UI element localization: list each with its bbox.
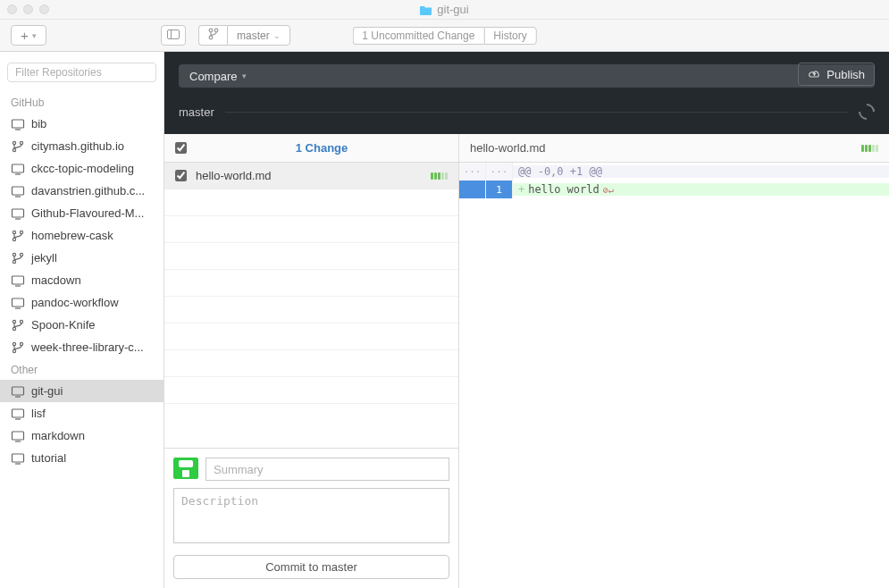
- svg-rect-22: [13, 276, 24, 284]
- sidebar-item-label: jekyll: [31, 251, 57, 265]
- sidebar-item[interactable]: davanstrien.github.c...: [0, 180, 164, 202]
- line-number-old: ···: [459, 163, 486, 181]
- empty-row: [164, 189, 458, 216]
- compare-button[interactable]: Compare ▾: [179, 64, 875, 88]
- changes-header: 1 Change: [164, 134, 458, 163]
- commit-form: Commit to master: [164, 448, 458, 588]
- svg-point-4: [209, 36, 213, 39]
- sidebar-item-label: Spoon-Knife: [31, 318, 96, 332]
- monitor-icon: [11, 207, 25, 220]
- chevron-down-icon: ▾: [32, 31, 37, 40]
- cloud-upload-icon: [808, 68, 821, 81]
- description-input[interactable]: [173, 488, 449, 543]
- svg-rect-12: [13, 187, 24, 195]
- monitor-icon: [11, 274, 25, 287]
- changes-panel: 1 Change hello-world.md Commit to master: [164, 134, 459, 588]
- line-number-new: ···: [486, 163, 513, 181]
- branch-button[interactable]: [198, 25, 227, 46]
- sidebar-item-label: lisf: [31, 407, 46, 420]
- monitor-icon: [11, 430, 25, 442]
- empty-row: [164, 243, 458, 270]
- sidebar-toggle-button[interactable]: [161, 25, 186, 46]
- sidebar-item[interactable]: Github-Flavoured-M...: [0, 202, 164, 224]
- svg-point-19: [13, 253, 15, 256]
- changed-file-row[interactable]: hello-world.md: [164, 163, 458, 189]
- branch-icon: [208, 28, 219, 43]
- panel-icon: [167, 29, 180, 42]
- sidebar-item[interactable]: markdown: [0, 424, 164, 447]
- sidebar-item[interactable]: citymash.github.io: [0, 135, 164, 157]
- sidebar-item-label: markdown: [31, 429, 85, 442]
- commit-button[interactable]: Commit to master: [173, 555, 449, 579]
- file-checkbox[interactable]: [175, 170, 187, 181]
- minimize-window-icon[interactable]: [23, 4, 33, 14]
- sidebar-item-label: pandoc-workflow: [31, 296, 119, 309]
- svg-point-7: [13, 141, 15, 144]
- add-repo-button[interactable]: + ▾: [11, 25, 46, 46]
- svg-rect-32: [13, 387, 24, 395]
- diff-hunk-row: ··· ··· @@ -0,0 +1 @@: [459, 163, 889, 181]
- tab-history[interactable]: History: [483, 27, 536, 45]
- changes-list: hello-world.md: [164, 163, 458, 448]
- center-tabs: 1 Uncommitted Change History: [352, 27, 536, 45]
- sidebar-item-label: ckcc-topic-modeling: [31, 162, 134, 175]
- tab-history-label: History: [493, 29, 526, 42]
- svg-rect-0: [168, 29, 180, 38]
- branch-name: master: [179, 105, 214, 119]
- commit-button-label: Commit to master: [265, 560, 357, 574]
- publish-button-label: Publish: [826, 68, 865, 81]
- zoom-window-icon[interactable]: [39, 4, 49, 14]
- avatar-icon: [173, 458, 198, 479]
- sidebar-item[interactable]: bib: [0, 113, 164, 135]
- diff-filename: hello-world.md: [470, 141, 546, 155]
- sidebar-item[interactable]: git-gui: [0, 380, 164, 402]
- file-status-dots: [431, 172, 448, 180]
- tab-uncommitted-label: 1 Uncommitted Change: [362, 29, 474, 42]
- file-name: hello-world.md: [196, 169, 272, 182]
- main: GitHubbibcitymash.github.iockcc-topic-mo…: [0, 52, 889, 588]
- publish-button[interactable]: Publish: [798, 63, 875, 86]
- select-all-checkbox[interactable]: [175, 142, 187, 154]
- sidebar-item[interactable]: week-three-library-c...: [0, 336, 164, 358]
- svg-rect-34: [13, 409, 24, 417]
- sidebar-item[interactable]: macdown: [0, 269, 164, 291]
- filter-input[interactable]: [7, 63, 156, 82]
- sidebar: GitHubbibcitymash.github.iockcc-topic-mo…: [0, 52, 164, 588]
- svg-point-17: [20, 231, 22, 233]
- compare-header: Compare ▾ Publish master: [164, 52, 889, 134]
- titlebar: git-gui: [0, 0, 889, 20]
- fork-icon: [11, 230, 25, 242]
- sidebar-item[interactable]: pandoc-workflow: [0, 291, 164, 314]
- sidebar-item[interactable]: lisf: [0, 402, 164, 424]
- sync-icon[interactable]: [855, 100, 877, 122]
- sidebar-item[interactable]: tutorial: [0, 447, 164, 469]
- svg-point-21: [13, 260, 15, 263]
- tab-uncommitted[interactable]: 1 Uncommitted Change: [352, 27, 483, 45]
- diff-panel: hello-world.md ··· ··· @@ -0,0 +1 @@ 1+h…: [459, 134, 889, 588]
- chevron-down-icon: ⌄: [273, 31, 281, 40]
- svg-rect-36: [13, 432, 24, 440]
- window-controls: [7, 4, 49, 14]
- sidebar-item[interactable]: ckcc-topic-modeling: [0, 157, 164, 180]
- sidebar-item-label: homebrew-cask: [31, 229, 113, 242]
- sidebar-item[interactable]: homebrew-cask: [0, 224, 164, 247]
- sidebar-item[interactable]: Spoon-Knife: [0, 314, 164, 336]
- sidebar-item-label: Github-Flavoured-M...: [31, 206, 144, 220]
- svg-point-18: [13, 238, 15, 240]
- sidebar-item[interactable]: jekyll: [0, 247, 164, 269]
- sidebar-item-label: bib: [31, 117, 46, 130]
- close-window-icon[interactable]: [7, 4, 17, 14]
- summary-input[interactable]: [205, 458, 449, 481]
- line-number-old: [459, 181, 486, 198]
- branch-selector[interactable]: master ⌄: [227, 25, 290, 46]
- svg-rect-10: [13, 164, 24, 172]
- svg-point-26: [13, 320, 15, 323]
- sidebar-section-title: Other: [0, 358, 164, 380]
- sidebar-item-label: tutorial: [31, 451, 66, 465]
- monitor-icon: [11, 385, 25, 398]
- svg-rect-38: [13, 454, 24, 462]
- sidebar-section-title: GitHub: [0, 91, 164, 113]
- sidebar-item-label: git-gui: [31, 384, 63, 398]
- svg-rect-5: [13, 120, 24, 128]
- svg-point-29: [13, 342, 15, 345]
